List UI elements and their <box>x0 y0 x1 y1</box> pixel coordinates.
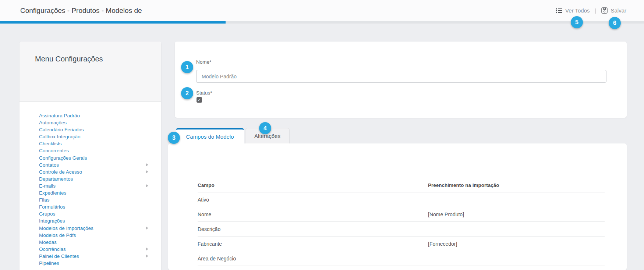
actions-separator: | <box>595 7 597 14</box>
sidebar-item[interactable]: Pipelines <box>39 260 161 267</box>
callout-badge-5: 5 <box>571 16 583 28</box>
table-row[interactable]: Área de Negócio <box>198 251 605 266</box>
sidebar-menu: Assinatura PadrãoAutomaçõesCalendário Fe… <box>20 102 161 267</box>
table-row[interactable]: Ativo <box>198 192 605 207</box>
submenu-arrow-icon <box>146 255 148 257</box>
list-icon <box>556 8 562 13</box>
page-title: Configurações - Produtos - Modelos de <box>20 0 142 21</box>
callout-badge-3: 3 <box>168 132 180 144</box>
sidebar-item[interactable]: E-mails <box>39 182 161 189</box>
submenu-arrow-icon <box>146 184 148 187</box>
sidebar-title: Menu Configurações <box>20 42 161 102</box>
nome-input[interactable] <box>196 70 606 83</box>
cell-preenchimento: [Nome Produto] <box>428 207 605 221</box>
sidebar-item[interactable]: Assinatura Padrão <box>39 112 161 119</box>
table-header-row: Campo Preenchimento na Importação <box>198 178 605 192</box>
salvar-label: Salvar <box>611 7 626 14</box>
column-header-preenchimento: Preenchimento na Importação <box>428 178 605 192</box>
cell-campo: Descrição <box>198 222 428 236</box>
model-form-panel: Nome* Status* <box>175 42 627 118</box>
tab-campos-do-modelo[interactable]: Campos do Modelo <box>176 128 244 143</box>
sidebar-item[interactable]: Configurações Gerais <box>39 154 161 161</box>
callout-badge-4: 4 <box>259 122 271 134</box>
salvar-button[interactable]: Salvar <box>601 7 626 14</box>
table-row[interactable]: Fabricante[Fornecedor] <box>198 237 605 251</box>
callout-badge-6: 6 <box>609 17 621 29</box>
submenu-arrow-icon <box>146 163 148 166</box>
sidebar-item[interactable]: Formulários <box>39 203 161 210</box>
header-underline-accent <box>0 21 226 24</box>
sidebar-item[interactable]: Departamentos <box>39 175 161 182</box>
sidebar-item[interactable]: Modelos de Pdfs <box>39 232 161 239</box>
sidebar-item[interactable]: Filas <box>39 196 161 203</box>
cell-campo: Área de Negócio <box>198 251 428 266</box>
cell-campo: Nome <box>198 207 428 221</box>
cell-campo: Ativo <box>198 192 428 207</box>
column-header-campo: Campo <box>198 178 428 192</box>
cell-preenchimento: [Fornecedor] <box>428 237 605 251</box>
sidebar-item[interactable]: Automações <box>39 119 161 126</box>
sidebar-item[interactable]: Modelos de Importações <box>39 225 161 232</box>
sidebar-item[interactable]: Callbox Integração <box>39 133 161 140</box>
status-label: Status* <box>196 90 212 96</box>
cell-preenchimento <box>428 222 605 236</box>
callout-badge-1: 1 <box>181 61 193 73</box>
sidebar-item[interactable]: Concorrentes <box>39 147 161 154</box>
submenu-arrow-icon <box>146 248 148 251</box>
top-bar: Configurações - Produtos - Modelos de Ve… <box>0 0 644 21</box>
tab-bar: Campos do ModeloAlterações <box>176 128 290 143</box>
sidebar-item[interactable]: Checklists <box>39 140 161 147</box>
ver-todos-label: Ver Todos <box>565 7 590 14</box>
status-checkbox[interactable] <box>197 97 202 103</box>
sidebar-item[interactable]: Integrações <box>39 217 161 224</box>
nome-label: Nome* <box>196 59 211 65</box>
sidebar-item[interactable]: Contatos <box>39 161 161 168</box>
settings-sidebar: Menu Configurações Assinatura PadrãoAuto… <box>20 42 161 270</box>
campos-table: Campo Preenchimento na Importação AtivoN… <box>198 178 605 266</box>
sidebar-item[interactable]: Expedientes <box>39 189 161 196</box>
sidebar-item[interactable]: Painel de Clientes <box>39 253 161 260</box>
submenu-arrow-icon <box>146 227 148 230</box>
sidebar-item[interactable]: Moedas <box>39 239 161 246</box>
cell-campo: Fabricante <box>198 237 428 251</box>
sidebar-item[interactable]: Calendário Feriados <box>39 126 161 133</box>
sidebar-item[interactable]: Controle de Acesso <box>39 168 161 175</box>
callout-badge-2: 2 <box>181 87 193 99</box>
sidebar-item[interactable]: Grupos <box>39 210 161 217</box>
tab-content-panel: Campo Preenchimento na Importação AtivoN… <box>168 143 627 270</box>
save-icon <box>601 7 608 14</box>
ver-todos-button[interactable]: Ver Todos <box>556 7 590 14</box>
cell-preenchimento <box>428 251 605 266</box>
sidebar-item[interactable]: Ocorrências <box>39 246 161 253</box>
cell-preenchimento <box>428 192 605 207</box>
table-row[interactable]: Nome[Nome Produto] <box>198 207 605 222</box>
table-row[interactable]: Descrição <box>198 222 605 237</box>
header-underline-track <box>0 21 644 24</box>
submenu-arrow-icon <box>146 170 148 173</box>
